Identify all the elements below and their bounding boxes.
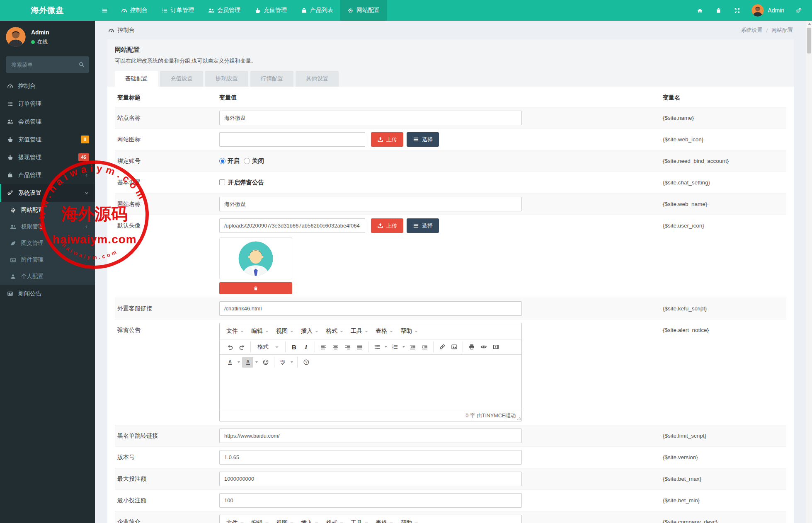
menu-edit[interactable]: 编辑 — [247, 517, 272, 523]
background-color-button[interactable] — [242, 357, 253, 368]
bet-min-input[interactable] — [219, 493, 522, 508]
format-select[interactable]: 格式 — [254, 341, 282, 352]
undo-button[interactable] — [224, 341, 235, 352]
spellcheck-button[interactable] — [277, 357, 288, 368]
sidebar-item-profile[interactable]: 个人配置 — [0, 268, 95, 285]
menu-help[interactable]: 帮助 — [397, 517, 422, 523]
fullscreen-button[interactable] — [728, 0, 747, 21]
tab-recharge[interactable]: 充值设置 — [160, 71, 203, 87]
tab-withdraw[interactable]: 提现设置 — [205, 71, 248, 87]
online-status[interactable]: 在线 — [37, 39, 48, 46]
scrollbar-thumb[interactable] — [807, 28, 811, 53]
scroll-up-arrow-icon[interactable] — [808, 23, 811, 25]
powered-by[interactable]: 由TINYMCE驱动 — [477, 412, 516, 419]
emoticons-button[interactable] — [260, 357, 271, 368]
user-menu[interactable]: Admin — [747, 4, 789, 17]
caret-icon[interactable] — [385, 346, 387, 348]
breadcrumb-parent[interactable]: 系统设置 — [741, 27, 762, 34]
site-name-input[interactable] — [219, 111, 522, 125]
menu-insert[interactable]: 插入 — [297, 517, 322, 523]
nav-item-products[interactable]: 产品列表 — [294, 0, 340, 21]
tab-market[interactable]: 行情配置 — [250, 71, 293, 87]
sidebar-item-dashboard[interactable]: 控制台 — [0, 77, 95, 95]
brand-logo[interactable]: 海外微盘 — [0, 0, 95, 21]
settings-button[interactable] — [789, 0, 808, 21]
print-button[interactable] — [466, 341, 477, 352]
italic-button[interactable]: I — [301, 341, 312, 352]
sidebar-item-product-mgmt[interactable]: 产品管理 — [0, 166, 95, 184]
outdent-button[interactable] — [407, 341, 418, 352]
sidebar-item-recharge[interactable]: 充值管理0 — [0, 131, 95, 148]
sidebar-item-system-settings[interactable]: 系统设置 — [0, 184, 95, 202]
web-name-input[interactable] — [219, 197, 522, 211]
menu-insert[interactable]: 插入 — [297, 325, 322, 337]
caret-icon[interactable] — [291, 361, 293, 363]
sidebar-item-members[interactable]: 会员管理 — [0, 113, 95, 131]
kefu-link-input[interactable] — [219, 301, 522, 316]
radio-on[interactable] — [219, 158, 225, 164]
align-justify-button[interactable] — [354, 341, 365, 352]
caret-icon[interactable] — [402, 346, 405, 348]
caret-icon[interactable] — [255, 361, 258, 363]
avatar-preview[interactable] — [219, 237, 292, 279]
menu-table[interactable]: 表格 — [372, 517, 397, 523]
popup-notice-checkbox[interactable] — [219, 179, 225, 185]
preview-button[interactable] — [478, 341, 489, 352]
page-scrollbar[interactable] — [806, 21, 812, 523]
tab-basic[interactable]: 基础配置 — [115, 71, 158, 87]
nav-item-dashboard[interactable]: 控制台 — [114, 0, 155, 21]
menu-file[interactable]: 文件 — [223, 517, 247, 523]
delete-avatar-button[interactable] — [219, 282, 292, 294]
nav-item-orders[interactable]: 订单管理 — [155, 0, 201, 21]
sidebar-item-site-config[interactable]: 网站配置 — [0, 202, 95, 218]
sidebar-item-permissions[interactable]: 权限管理 — [0, 218, 95, 235]
font-color-button[interactable] — [224, 357, 235, 368]
version-input[interactable] — [219, 450, 522, 465]
caret-icon[interactable] — [238, 361, 240, 363]
sidebar-item-attachments[interactable]: 附件管理 — [0, 252, 95, 268]
bold-button[interactable]: B — [288, 341, 300, 352]
web-icon-input[interactable] — [219, 132, 365, 147]
sidebar-item-articles[interactable]: 图文管理 — [0, 235, 95, 252]
breadcrumb-home[interactable]: 控制台 — [118, 27, 135, 34]
menu-table[interactable]: 表格 — [372, 325, 397, 337]
editor-content-area[interactable] — [220, 370, 521, 410]
menu-edit[interactable]: 编辑 — [247, 325, 272, 337]
numbered-list-button[interactable] — [389, 341, 400, 352]
menu-file[interactable]: 文件 — [223, 325, 247, 337]
menu-format[interactable]: 格式 — [322, 325, 347, 337]
choose-button[interactable]: 选择 — [407, 218, 439, 233]
menu-view[interactable]: 视图 — [272, 517, 297, 523]
menu-format[interactable]: 格式 — [322, 517, 347, 523]
align-right-button[interactable] — [342, 341, 353, 352]
choose-button[interactable]: 选择 — [407, 132, 439, 147]
sidebar-item-withdraw[interactable]: 提现管理45 — [0, 148, 95, 166]
sidebar-item-orders[interactable]: 订单管理 — [0, 95, 95, 113]
search-button[interactable] — [78, 61, 85, 68]
sidebar-toggle-button[interactable] — [95, 0, 114, 21]
menu-view[interactable]: 视图 — [272, 325, 297, 337]
tab-other[interactable]: 其他设置 — [296, 71, 339, 87]
link-button[interactable] — [436, 341, 448, 352]
redo-button[interactable] — [236, 341, 247, 352]
user-icon-input[interactable] — [219, 218, 365, 233]
nav-item-members[interactable]: 会员管理 — [201, 0, 247, 21]
resize-grip[interactable] — [516, 416, 521, 420]
align-center-button[interactable] — [330, 341, 341, 352]
menu-tools[interactable]: 工具 — [347, 325, 372, 337]
indent-button[interactable] — [419, 341, 430, 352]
sidebar-item-news[interactable]: 新闻公告 — [0, 285, 95, 303]
home-button[interactable] — [691, 0, 709, 21]
bullet-list-button[interactable] — [371, 341, 383, 352]
menu-help[interactable]: 帮助 — [397, 325, 422, 337]
align-left-button[interactable] — [318, 341, 329, 352]
upload-button[interactable]: 上传 — [371, 132, 403, 147]
menu-search-input[interactable] — [6, 56, 89, 73]
upload-button[interactable]: 上传 — [371, 218, 403, 233]
bet-max-input[interactable] — [219, 472, 522, 486]
media-button[interactable] — [490, 341, 501, 352]
nav-item-recharge[interactable]: 充值管理 — [247, 0, 294, 21]
menu-tools[interactable]: 工具 — [347, 517, 372, 523]
nav-item-site-config[interactable]: 网站配置 — [340, 0, 387, 21]
radio-off[interactable] — [244, 158, 250, 164]
